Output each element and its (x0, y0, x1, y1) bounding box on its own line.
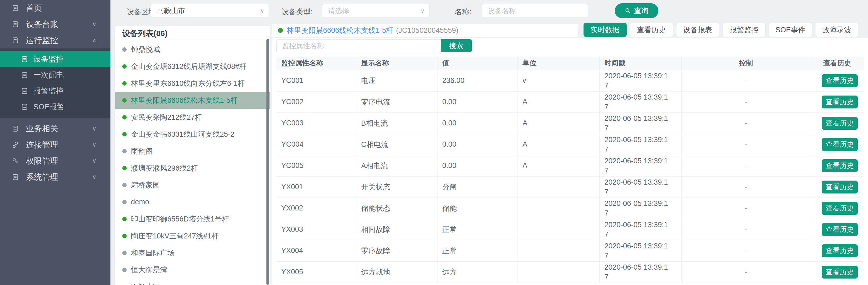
link-icon (12, 141, 20, 149)
device-list-title: 设备列表(86) (115, 26, 270, 41)
cell-timestamp: 2020-06-05 13:39:17 (599, 198, 681, 219)
view-history-button[interactable]: 查看历史 (822, 244, 858, 257)
cell-view-history: 查看历史 (811, 155, 864, 176)
cell-view-history: 查看历史 (811, 112, 864, 134)
attribute-search-button[interactable]: 搜索 (441, 39, 472, 52)
tab-报警监控[interactable]: 报警监控 (722, 23, 766, 37)
cell-display-name: C相电流 (356, 134, 437, 155)
view-history-button[interactable]: 查看历史 (822, 96, 858, 108)
device-list-item[interactable]: 金山变金韩6331线山河支线25-2 (115, 126, 270, 143)
offline-dot-icon (122, 251, 127, 255)
cell-value: 236.00 (437, 70, 518, 91)
offline-dot-icon (122, 268, 127, 272)
cell-control: - (681, 70, 811, 91)
sidebar-item-system[interactable]: 系统管理∨ (0, 169, 111, 185)
device-list-item[interactable]: 雨顺水园 (115, 278, 270, 285)
sidebar-item-device-ledger[interactable]: 设备台账∨ (0, 16, 111, 32)
cell-attr-name: YX003 (276, 219, 356, 240)
cell-unit: A (518, 134, 599, 155)
device-icon (21, 56, 29, 63)
type-select-placeholder: 请选择 (328, 6, 349, 15)
sidebar-item-home[interactable]: 首页 (0, 0, 111, 16)
cell-value: 分闸 (437, 176, 518, 198)
cell-control: - (681, 198, 811, 219)
offline-dot-icon (122, 47, 127, 52)
sidebar-item-label: 一次配电 (33, 70, 64, 80)
device-item-name: 安民变采陶212线27杆 (131, 112, 202, 122)
sidebar-item-primary-distribution[interactable]: 一次配电 (0, 67, 111, 83)
chevron-down-icon: ∨ (92, 21, 96, 28)
business-icon (12, 124, 20, 133)
view-history-button[interactable]: 查看历史 (822, 223, 858, 236)
timestamp-text: 2020-06-05 13:39:17 (604, 156, 672, 175)
view-history-button[interactable]: 查看历史 (822, 202, 858, 215)
device-item-name: 林里变里东6610线向东分线左6-1杆 (131, 79, 245, 88)
device-list-item[interactable]: 安民变采陶212线27杆 (115, 109, 270, 126)
name-field-box (482, 4, 588, 18)
device-list-item[interactable]: 林里变里东6610线向东分线左6-1杆 (115, 75, 270, 92)
cell-unit (518, 240, 599, 261)
cell-attr-name: YC002 (276, 91, 356, 112)
sidebar-item-label: 系统管理 (26, 172, 58, 183)
type-select[interactable]: 请选择 ∨ (322, 4, 430, 18)
view-history-button[interactable]: 查看历史 (822, 74, 858, 87)
view-history-button[interactable]: 查看历史 (822, 159, 858, 172)
sidebar-item-alarm-monitor[interactable]: 报警监控 (0, 83, 111, 99)
timestamp-text: 2020-06-05 13:39:17 (604, 241, 672, 260)
device-list-item[interactable]: 霜桥家园 (115, 177, 270, 193)
device-list: 钟鼎悦城金山变金塘6312线后塘湖支线08#杆林里变里东6610线向东分线左6-… (115, 41, 270, 285)
device-list-item[interactable]: 恒大御景湾 (115, 261, 270, 278)
device-list-item[interactable]: 林里变阳晨6606线松木支线1-5杆 (115, 92, 270, 109)
cell-value: 0.00 (437, 112, 518, 134)
attribute-search-input[interactable] (276, 39, 441, 52)
view-history-button[interactable]: 查看历史 (822, 138, 858, 151)
tab-设备报表[interactable]: 设备报表 (676, 23, 719, 37)
cell-view-history: 查看历史 (811, 70, 864, 91)
cell-timestamp: 2020-06-05 13:39:17 (599, 261, 681, 283)
view-history-button[interactable]: 查看历史 (822, 117, 858, 130)
tab-SOE事件[interactable]: SOE事件 (769, 23, 812, 37)
device-list-item[interactable]: 和泰国际广场 (115, 244, 270, 261)
table-header-row: 监控属性名称显示名称值单位时间戳控制查看历史 (276, 57, 864, 70)
table-row: YX001开关状态分闸2020-06-05 13:39:17-查看历史 (276, 176, 864, 198)
name-input[interactable] (488, 7, 578, 15)
cell-unit: A (518, 91, 599, 112)
view-history-button[interactable]: 查看历史 (822, 181, 858, 193)
cell-attr-name: YC001 (276, 70, 356, 91)
device-list-item[interactable]: 陶庄变10kV三甸247线#1杆 (115, 227, 270, 244)
table-row: YC002零序电流0.00A2020-06-05 13:39:17-查看历史 (276, 91, 864, 112)
sidebar-item-soe-alarm[interactable]: SOE报警 (0, 99, 111, 115)
device-list-item[interactable]: 濮塘变濮风296线2杆 (115, 159, 270, 177)
query-button[interactable]: 查询 (615, 3, 658, 18)
cell-unit: v (518, 70, 599, 91)
sidebar-item-connection[interactable]: 连接管理∨ (0, 137, 111, 153)
tab-故障录波[interactable]: 故障录波 (815, 23, 858, 37)
selected-device-name[interactable]: 林里变阳晨6606线松木支线1-5杆 (287, 26, 393, 35)
chevron-down-icon: ∨ (421, 7, 425, 14)
device-list-item[interactable]: demo (115, 193, 270, 210)
device-list-scrollbar[interactable] (267, 39, 269, 285)
sidebar-item-device-monitor[interactable]: 设备监控 (0, 51, 111, 67)
device-list-panel: 设备列表(86) 钟鼎悦城金山变金塘6312线后塘湖支线08#杆林里变里东661… (115, 26, 270, 285)
sidebar-item-permission[interactable]: 权限管理∨ (0, 153, 111, 169)
view-history-button[interactable]: 查看历史 (822, 265, 858, 279)
tab-查看历史[interactable]: 查看历史 (630, 23, 673, 37)
cell-value: 0.00 (437, 155, 518, 176)
tab-实时数据[interactable]: 实时数据 (584, 23, 627, 37)
cell-display-name: 电压 (356, 70, 437, 91)
timestamp-text: 2020-06-05 13:39:17 (604, 262, 672, 282)
device-list-item[interactable]: 金山变金塘6312线后塘湖支线08#杆 (115, 58, 270, 75)
cell-view-history: 查看历史 (811, 134, 864, 155)
chevron-down-icon: ∨ (92, 157, 96, 165)
device-list-item[interactable]: 雨韵阁 (115, 143, 270, 159)
region-select[interactable]: 马鞍山市 ∨ (151, 4, 270, 18)
device-list-item[interactable]: 钟鼎悦城 (115, 41, 270, 58)
cell-attr-name: YX005 (276, 261, 356, 283)
device-list-item[interactable]: 印山变印御6556D塔分线1号杆 (115, 210, 270, 227)
table-row: YC004C相电流0.00A2020-06-05 13:39:17-查看历史 (276, 134, 864, 155)
cell-view-history: 查看历史 (811, 91, 864, 112)
type-label: 设备类型: (281, 7, 313, 17)
sidebar-item-business[interactable]: 业务相关∨ (0, 120, 111, 137)
sidebar-item-operation-monitor[interactable]: 运行监控∧ (0, 32, 111, 48)
device-item-name: 印山变印御6556D塔分线1号杆 (131, 214, 229, 224)
